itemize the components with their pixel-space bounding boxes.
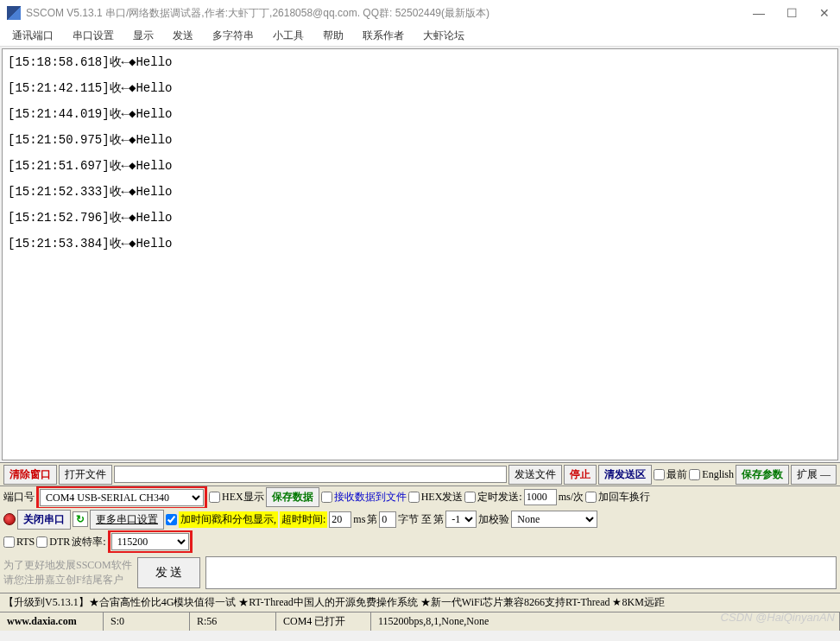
app-icon [7, 6, 21, 20]
minimize-button[interactable]: — [750, 6, 767, 20]
checksum-select[interactable]: None [511, 511, 597, 528]
refresh-icon[interactable]: ↻ [73, 511, 88, 527]
titlebar: SSCOM V5.13.1 串口/网络数据调试器,作者:大虾丁丁,2618058… [0, 0, 840, 26]
status-recv: R:56 [190, 612, 276, 631]
n2-prefix: 第 [433, 512, 444, 527]
send-file-button[interactable]: 发送文件 [508, 465, 562, 485]
tip-text: 为了更好地发展SSCOM软件 请您注册嘉立创F结尾客户 [3, 558, 132, 587]
console-output[interactable]: [15:18:58.618]收←◆Hello [15:21:42.115]收←◆… [2, 48, 838, 460]
clear-window-button[interactable]: 清除窗口 [3, 465, 57, 485]
expand-button[interactable]: 扩展 — [791, 465, 837, 485]
dtr-checkbox[interactable] [36, 536, 47, 548]
recv-to-file-checkbox[interactable] [321, 492, 332, 503]
close-port-button[interactable]: 关闭串口 [17, 510, 71, 530]
baud-label: 波特率: [72, 535, 105, 549]
save-data-button[interactable]: 保存数据 [266, 487, 319, 507]
timeout-input[interactable] [329, 511, 351, 528]
interval-input[interactable] [524, 489, 557, 505]
menu-help[interactable]: 帮助 [314, 27, 352, 45]
timestamp-checkbox[interactable] [166, 514, 177, 525]
hex-display-checkbox[interactable] [209, 492, 220, 503]
port-label: 端口号 [3, 490, 35, 505]
hex-send-label: HEX发送 [421, 490, 464, 505]
send-button[interactable]: 发 送 [137, 557, 201, 588]
open-file-button[interactable]: 打开文件 [59, 465, 112, 485]
log-line: [15:21:52.796]收←◆Hello [8, 210, 832, 225]
log-line: [15:21:42.115]收←◆Hello [8, 80, 832, 96]
log-line: [15:18:58.618]收←◆Hello [8, 54, 832, 70]
status-site[interactable]: www.daxia.com [0, 612, 104, 631]
ad-bar: 【升级到V5.13.1】★合宙高性价比4G模块值得一试 ★RT-Thread中国… [0, 593, 840, 612]
file-path-input[interactable] [114, 466, 507, 483]
add-crlf-label: 加回车换行 [598, 490, 650, 505]
log-line: [15:21:53.384]收←◆Hello [8, 236, 832, 251]
statusbar: www.daxia.com S:0 R:56 COM4 已打开 115200bp… [0, 612, 840, 631]
byte-from-input[interactable] [379, 511, 396, 528]
recv-to-file-label: 接收数据到文件 [334, 490, 407, 505]
save-params-button[interactable]: 保存参数 [736, 465, 789, 485]
timed-send-label: 定时发送: [477, 490, 521, 505]
status-led-icon [3, 513, 16, 525]
clear-send-button[interactable]: 清发送区 [598, 465, 652, 485]
timed-send-checkbox[interactable] [464, 492, 476, 503]
baud-select[interactable]: 115200 [111, 533, 189, 550]
english-label: English [702, 468, 734, 481]
topmost-checkbox[interactable] [654, 469, 665, 480]
menu-forum[interactable]: 大虾论坛 [414, 27, 473, 45]
topmost-label: 最前 [666, 467, 687, 482]
status-port: COM4 已打开 [276, 612, 371, 631]
menubar: 通讯端口 串口设置 显示 发送 多字符串 小工具 帮助 联系作者 大虾论坛 [0, 26, 840, 47]
stop-button[interactable]: 停止 [564, 465, 597, 485]
menu-multistring[interactable]: 多字符串 [204, 27, 262, 45]
status-sent: S:0 [104, 612, 190, 631]
dtr-label: DTR [49, 536, 70, 549]
maximize-button[interactable]: ☐ [783, 6, 800, 20]
log-line: [15:21:52.333]收←◆Hello [8, 184, 832, 200]
log-line: [15:21:51.697]收←◆Hello [8, 158, 832, 174]
byte-to-select[interactable]: -1 [445, 511, 477, 528]
log-line: [15:21:50.975]收←◆Hello [8, 132, 832, 148]
rts-checkbox[interactable] [3, 536, 15, 548]
rts-label: RTS [16, 536, 35, 549]
log-line: [15:21:44.019]收←◆Hello [8, 106, 832, 122]
menu-contact[interactable]: 联系作者 [354, 27, 413, 45]
menu-serial-settings[interactable]: 串口设置 [64, 27, 123, 45]
english-checkbox[interactable] [689, 469, 700, 480]
port-select[interactable]: COM4 USB-SERIAL CH340 [40, 489, 204, 506]
menu-send[interactable]: 发送 [164, 27, 202, 45]
menu-port[interactable]: 通讯端口 [3, 27, 62, 45]
menu-tools[interactable]: 小工具 [264, 27, 313, 45]
window-title: SSCOM V5.13.1 串口/网络数据调试器,作者:大虾丁丁,2618058… [26, 6, 750, 21]
checksum-label: 加校验 [478, 512, 509, 527]
timeout-label: 超时时间: [280, 511, 327, 528]
add-crlf-checkbox[interactable] [585, 492, 597, 503]
more-settings-button[interactable]: 更多串口设置 [90, 510, 164, 530]
hex-display-label: HEX显示 [222, 490, 264, 505]
timestamp-label: 加时间戳和分包显示, [179, 511, 278, 528]
byte-label: 字节 至 [398, 512, 432, 527]
n1-prefix: 第 [367, 512, 377, 527]
hex-send-checkbox[interactable] [408, 492, 420, 503]
ms-label: ms [353, 513, 365, 526]
ms-unit-label: ms/次 [559, 490, 584, 505]
send-input[interactable] [205, 556, 837, 589]
watermark: CSDN @HaiQinyanAN [721, 611, 835, 624]
close-button[interactable]: ✕ [816, 6, 833, 20]
menu-display[interactable]: 显示 [124, 27, 162, 45]
